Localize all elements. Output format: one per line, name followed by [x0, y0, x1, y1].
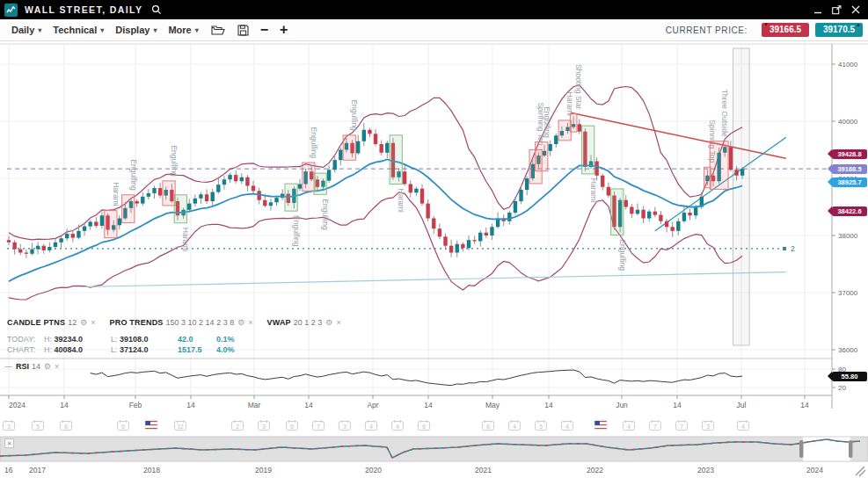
overview-right-handle[interactable] — [849, 440, 853, 458]
candle-bear — [438, 228, 441, 236]
gear-icon[interactable]: ⚙ — [44, 362, 51, 371]
close-icon[interactable]: × — [248, 318, 252, 327]
menu-display[interactable]: Display▾ — [115, 25, 157, 35]
calendar-event-icon[interactable]: 7 — [313, 420, 325, 431]
overview-close-button[interactable]: × — [4, 438, 14, 448]
badge-arrow — [828, 149, 832, 158]
calendar-event-icon[interactable]: 4 — [624, 420, 635, 431]
calendar-event-icon[interactable]: 12 — [175, 420, 186, 431]
candle-bull — [211, 192, 215, 201]
pattern-box-engulfing[interactable] — [343, 135, 355, 160]
overview-left-handle[interactable] — [799, 440, 804, 458]
close-icon[interactable]: × — [55, 362, 59, 371]
calendar-event-number: 3 — [262, 424, 266, 430]
calendar-event-icon[interactable]: 4 — [509, 420, 521, 431]
indicator-vwap: VWAP20 1 2 3⚙× — [267, 318, 341, 327]
pattern-box-shooting-star[interactable] — [570, 114, 577, 133]
pattern-label: Harami — [181, 228, 190, 252]
save-icon[interactable] — [237, 25, 249, 36]
candle-bear — [426, 204, 429, 219]
candle-bear — [234, 175, 237, 181]
pattern-box-engulfing[interactable] — [122, 195, 135, 223]
candle-bear — [409, 185, 412, 193]
pattern-box-engulfing[interactable] — [285, 184, 297, 211]
calendar-event-icon[interactable]: 5 — [33, 420, 44, 431]
pattern-box-engulfing[interactable] — [163, 181, 175, 206]
ask-price-badge[interactable]: 39170.5▲ — [815, 23, 863, 37]
open-folder-icon[interactable] — [211, 25, 225, 36]
price-badge: 39168.5 — [832, 164, 867, 174]
candle-bear — [403, 171, 406, 184]
calendar-event-icon[interactable]: 3 — [259, 420, 270, 431]
pattern-box-engulfing[interactable] — [314, 173, 326, 194]
us-flag-icon[interactable] — [594, 421, 607, 430]
pattern-box-harami[interactable] — [582, 126, 594, 174]
pattern-box-engulfing[interactable] — [303, 163, 315, 191]
candle-bear — [205, 194, 208, 201]
pattern-box-harami[interactable] — [558, 120, 571, 141]
calendar-event-icon[interactable]: 6 — [419, 420, 430, 431]
menu-more[interactable]: More▾ — [168, 25, 198, 35]
price-badge: 38925.7 — [832, 177, 867, 187]
zoom-in-button[interactable]: + — [280, 23, 288, 37]
close-button[interactable] — [851, 5, 860, 14]
calendar-event-icon[interactable]: 7 — [650, 420, 661, 431]
menu-daily[interactable]: Daily▾ — [11, 25, 41, 35]
calendar-event-icon[interactable]: 7 — [676, 420, 688, 431]
chevron-down-icon: ▾ — [195, 26, 199, 34]
minimize-button[interactable] — [814, 6, 822, 14]
calendar-event-icon[interactable]: 6 — [118, 420, 129, 431]
bid-price-badge[interactable]: ▼39166.5 — [762, 23, 809, 37]
calendar-event-icon[interactable]: 6 — [61, 420, 72, 431]
gear-icon[interactable]: ⚙ — [237, 318, 244, 327]
highlight-region — [733, 48, 750, 345]
chart-canvas[interactable]: 2HaramiEngulfingEngulfingHaramiEngulfing… — [0, 41, 868, 478]
gear-icon[interactable]: ⚙ — [325, 318, 332, 327]
time-tick-label: 14 — [544, 401, 553, 409]
zoom-out-button[interactable]: − — [260, 23, 268, 37]
collapse-handle-icon[interactable]: — — [4, 362, 12, 371]
candle-bull — [152, 188, 156, 193]
search-icon[interactable] — [151, 4, 162, 15]
pattern-box-harami[interactable] — [390, 135, 402, 185]
popout-button[interactable] — [832, 5, 842, 15]
close-icon[interactable]: × — [91, 318, 95, 327]
pattern-box-engulfing[interactable] — [536, 142, 548, 171]
us-flag-icon[interactable] — [145, 421, 157, 430]
candle-bull — [77, 231, 80, 238]
chart-percent-value: 4.0% — [216, 344, 255, 355]
pattern-box-harami[interactable] — [174, 195, 186, 223]
chart-area[interactable]: 2HaramiEngulfingEngulfingHaramiEngulfing… — [0, 41, 868, 478]
calendar-event-icon[interactable]: 4 — [562, 420, 573, 431]
calendar-event-icon[interactable]: 3 — [703, 420, 714, 431]
menu-technical[interactable]: Technical▾ — [53, 25, 104, 35]
time-tick-label: Feb — [129, 401, 142, 409]
candle-bull — [694, 207, 697, 216]
close-icon[interactable]: × — [336, 318, 340, 327]
calendar-event-icon[interactable]: 4 — [392, 420, 404, 431]
indicator-candle-ptns: CANDLE PTNS12⚙× — [7, 318, 96, 327]
calendar-event-icon[interactable]: 3 — [4, 420, 15, 431]
calendar-event-icon[interactable]: 5 — [536, 420, 547, 431]
pattern-box-harami[interactable] — [105, 211, 117, 238]
time-tick-label: Jul — [737, 401, 747, 409]
calendar-event-icon[interactable]: 4 — [366, 420, 377, 431]
pattern-box-engulfing[interactable] — [611, 189, 624, 235]
calendar-event-icon[interactable]: 3 — [339, 420, 351, 431]
calendar-event-number: 7 — [317, 424, 320, 430]
calendar-event-icon[interactable]: 6 — [483, 420, 494, 431]
chevron-down-icon: ▾ — [38, 26, 41, 34]
candle-bull — [740, 169, 744, 176]
price-badge: 39428.8 — [832, 149, 867, 159]
calendar-event-icon[interactable]: 2 — [232, 420, 244, 431]
candle-bull — [647, 212, 651, 219]
gear-icon[interactable]: ⚙ — [80, 318, 87, 327]
pattern-box-three-outside[interactable] — [710, 141, 728, 190]
candle-bull — [59, 238, 62, 243]
calendar-event-number: 4 — [741, 424, 745, 430]
overview-selection[interactable] — [803, 438, 850, 461]
calendar-event-icon[interactable]: 4 — [738, 420, 749, 431]
calendar-event-icon[interactable]: 6 — [287, 420, 298, 431]
overview-track[interactable] — [0, 437, 868, 461]
candle-bull — [682, 213, 686, 221]
